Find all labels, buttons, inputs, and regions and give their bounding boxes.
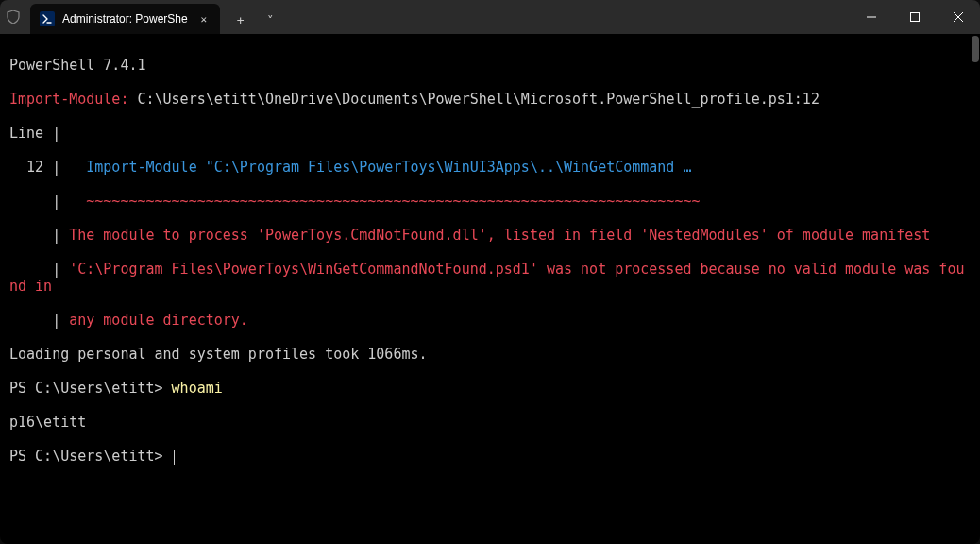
- scrollbar[interactable]: [971, 34, 980, 544]
- scrollbar-thumb[interactable]: [972, 36, 979, 62]
- title-bar-drag-region[interactable]: [286, 0, 850, 34]
- title-bar: Administrator: PowerShe ✕ + ˅: [0, 0, 980, 34]
- maximize-button[interactable]: [893, 0, 937, 34]
- output-line: Line |: [9, 125, 971, 142]
- output-line: Loading personal and system profiles too…: [9, 346, 971, 363]
- minimize-button[interactable]: [850, 0, 893, 34]
- prompt-line-active: PS C:\Users\etitt>: [9, 448, 971, 465]
- close-window-button[interactable]: [937, 0, 980, 34]
- new-tab-button[interactable]: +: [226, 6, 256, 34]
- terminal-output[interactable]: PowerShell 7.4.1 Import-Module: C:\Users…: [0, 34, 980, 544]
- output-line: | any module directory.: [9, 312, 971, 329]
- maximize-icon: [910, 12, 920, 22]
- output-line: 12 | Import-Module "C:\Program Files\Pow…: [9, 159, 971, 176]
- output-line: PowerShell 7.4.1: [9, 57, 971, 74]
- output-line: | 'C:\Program Files\PowerToys\WinGetComm…: [9, 261, 971, 295]
- close-icon: [954, 12, 963, 22]
- output-line: p16\etitt: [9, 414, 971, 431]
- output-line: | ~~~~~~~~~~~~~~~~~~~~~~~~~~~~~~~~~~~~~~…: [9, 193, 971, 210]
- tab-title: Administrator: PowerShe: [62, 12, 188, 26]
- cursor: [174, 450, 175, 465]
- tab-dropdown-button[interactable]: ˅: [256, 6, 286, 34]
- plus-icon: +: [237, 13, 245, 27]
- svg-rect-3: [911, 13, 920, 22]
- powershell-icon: [40, 11, 55, 26]
- output-line: | The module to process 'PowerToys.CmdNo…: [9, 227, 971, 244]
- prompt-line: PS C:\Users\etitt> whoami: [9, 380, 971, 397]
- close-icon: ✕: [200, 13, 207, 26]
- minimize-icon: [867, 12, 876, 22]
- admin-shield-icon: [4, 10, 23, 24]
- tab-powershell[interactable]: Administrator: PowerShe ✕: [30, 4, 220, 34]
- window-controls: [850, 0, 980, 34]
- tab-actions: + ˅: [220, 6, 286, 34]
- chevron-down-icon: ˅: [267, 13, 274, 27]
- output-line: Import-Module: C:\Users\etitt\OneDrive\D…: [9, 91, 971, 108]
- tab-close-button[interactable]: ✕: [195, 10, 212, 27]
- tab-region: Administrator: PowerShe ✕ + ˅: [25, 0, 286, 34]
